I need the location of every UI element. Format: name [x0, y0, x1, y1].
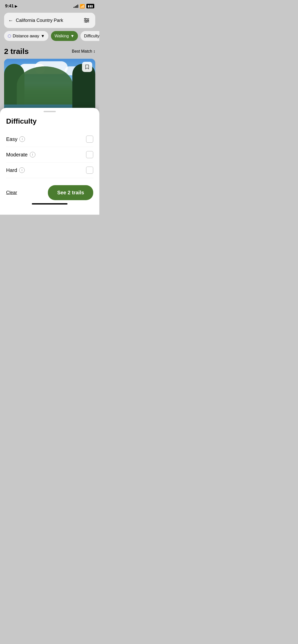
filter-chips-row: ⬡ Distance away ▼ Walking ▼ Difficulty ▲: [0, 31, 99, 45]
sort-button[interactable]: Best Match ↕: [72, 49, 95, 54]
svg-point-4: [87, 20, 89, 21]
home-indicator: [32, 203, 67, 204]
signal-strength-icon: [74, 4, 78, 8]
walking-chip[interactable]: Walking ▼: [51, 31, 78, 41]
easy-info-icon[interactable]: i: [19, 136, 25, 142]
moderate-option-left: Moderate i: [6, 152, 35, 158]
svg-point-5: [86, 21, 87, 23]
tree-cluster: [17, 66, 73, 105]
battery-icon: ▮▮▮: [86, 4, 94, 8]
bottom-actions: Clear See 2 trails: [6, 185, 93, 200]
easy-checkbox[interactable]: [86, 136, 93, 143]
easy-option-left: Easy i: [6, 136, 25, 142]
easy-label: Easy: [6, 136, 17, 142]
distance-chevron-icon: ▼: [41, 34, 45, 38]
hard-checkbox[interactable]: [86, 167, 93, 174]
search-bar[interactable]: ← California Country Park: [4, 13, 95, 28]
hard-option[interactable]: Hard i: [6, 163, 93, 178]
filter-button[interactable]: [82, 16, 91, 25]
sort-icon: ↕: [93, 49, 95, 54]
search-title: California Country Park: [16, 18, 79, 23]
time-display: 9:41: [5, 4, 14, 9]
status-icons: 📶 ▮▮▮: [74, 4, 94, 9]
wifi-icon: 📶: [80, 4, 85, 9]
easy-option[interactable]: Easy i: [6, 131, 93, 147]
location-arrow-icon: ▶: [15, 4, 17, 8]
difficulty-label: Difficulty: [84, 34, 99, 38]
hard-label: Hard: [6, 167, 17, 173]
difficulty-chip[interactable]: Difficulty ▲: [80, 31, 99, 41]
sort-label: Best Match: [72, 49, 92, 54]
filter-icon: [84, 18, 89, 23]
bookmark-button[interactable]: [82, 62, 92, 72]
walking-chevron-icon: ▼: [70, 34, 74, 38]
status-time: 9:41 ▶: [5, 4, 17, 9]
back-button[interactable]: ←: [8, 18, 13, 23]
status-bar: 9:41 ▶ 📶 ▮▮▮: [0, 0, 99, 11]
walking-label: Walking: [55, 34, 69, 38]
bookmark-icon: [85, 64, 89, 69]
sheet-title: Difficulty: [6, 117, 93, 125]
moderate-checkbox[interactable]: [86, 151, 93, 158]
svg-point-3: [85, 18, 86, 20]
distance-icon: ⬡: [8, 34, 11, 38]
trail-count-label: 2 trails: [4, 47, 29, 56]
hard-option-left: Hard i: [6, 167, 25, 173]
trail-count-row: 2 trails Best Match ↕: [0, 45, 99, 59]
clear-button[interactable]: Clear: [6, 190, 17, 195]
sheet-drag-handle[interactable]: [44, 111, 56, 112]
difficulty-bottom-sheet: Difficulty Easy i Moderate i Hard i Clea…: [0, 108, 99, 215]
distance-label: Distance away: [13, 34, 39, 38]
distance-away-chip[interactable]: ⬡ Distance away ▼: [4, 31, 48, 41]
see-trails-button[interactable]: See 2 trails: [48, 185, 93, 200]
moderate-option[interactable]: Moderate i: [6, 147, 93, 163]
hard-info-icon[interactable]: i: [19, 167, 25, 173]
moderate-label: Moderate: [6, 152, 28, 158]
moderate-info-icon[interactable]: i: [30, 152, 35, 157]
